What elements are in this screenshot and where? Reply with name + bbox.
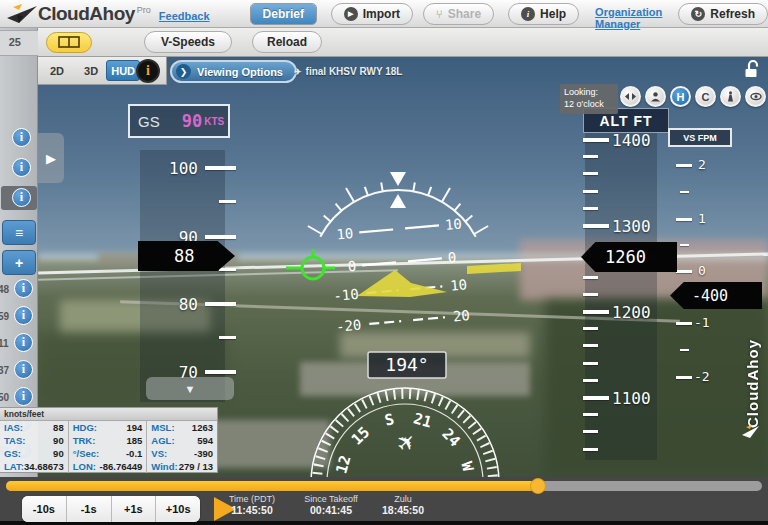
chevron-right-icon: ❯ xyxy=(176,64,191,79)
cloudahoy-logo[interactable]: CloudAhoy Pro xyxy=(6,3,151,25)
compass-label: 15 xyxy=(348,423,373,448)
fwd-1s-button[interactable]: +1s xyxy=(111,496,156,522)
help-button[interactable]: i Help xyxy=(508,3,579,25)
unlock-icon[interactable] xyxy=(742,59,762,83)
fwd-10s-button[interactable]: +10s xyxy=(155,496,200,522)
hud-symbology: 10 10 0 0 -10 10 -20 20 194° xyxy=(250,150,560,495)
tower-view-button[interactable] xyxy=(720,86,741,107)
heading-value: 194° xyxy=(385,354,428,375)
tab-debrief[interactable]: Debrief xyxy=(251,4,316,24)
speed-tick-label: 100 xyxy=(154,159,198,178)
header: CloudAhoy Pro Feedback Debrief Flights A… xyxy=(0,0,768,28)
vs-tick-label: -1 xyxy=(694,315,710,330)
vs-pointer: -400 xyxy=(670,282,762,309)
split-view-icon xyxy=(58,36,80,48)
sub-toolbar: V-Speeds Reload xyxy=(38,28,768,57)
compass-label: 24 xyxy=(438,425,463,450)
view-2d-button[interactable]: 2D xyxy=(44,61,70,81)
pitch-label: 0 xyxy=(347,258,357,275)
tower-view-icon xyxy=(725,91,736,102)
reload-button[interactable]: Reload xyxy=(252,31,322,53)
sidebar-top-number: 25 xyxy=(9,36,21,48)
segment-info-icon[interactable]: i xyxy=(12,188,31,207)
segment-info-icon[interactable]: i xyxy=(12,128,31,147)
back-1s-button[interactable]: -1s xyxy=(66,496,111,522)
timeline-scrubber[interactable] xyxy=(6,481,762,491)
eye-view-button[interactable] xyxy=(745,86,766,107)
segment-info-icon[interactable]: i xyxy=(14,279,33,298)
altitude-tape xyxy=(585,133,657,460)
gs-label: GS xyxy=(138,113,160,130)
vs-tick-label: -2 xyxy=(694,369,710,384)
chase-arrows-icon xyxy=(625,91,636,102)
viewing-options-button[interactable]: ❯ Viewing Options xyxy=(170,60,297,83)
alt-tick-label: 1200 xyxy=(612,303,651,322)
cloudahoy-app: CloudAhoy Pro Feedback Debrief Flights A… xyxy=(0,0,768,525)
pitch-label: 10 xyxy=(336,225,354,242)
altitude-pointer: 1260 xyxy=(581,242,677,272)
vspeeds-button[interactable]: V-Speeds xyxy=(144,31,232,53)
feedback-link[interactable]: Feedback xyxy=(159,10,210,22)
data-panel-header: knots/feet xyxy=(0,408,217,421)
hud-view-button[interactable]: H xyxy=(670,86,691,107)
hud-info-button[interactable]: i xyxy=(136,59,160,83)
logo-pro-badge: Pro xyxy=(137,5,151,15)
segments-menu-button[interactable]: ≡ xyxy=(2,220,36,245)
alt-tick-label: 1400 xyxy=(612,131,651,150)
gs-value: 90 xyxy=(182,111,202,131)
segment-number: 48 xyxy=(0,284,9,295)
view-3d-button[interactable]: 3D xyxy=(78,61,104,81)
segment-number: 59 xyxy=(0,311,9,322)
time-step-buttons: -10s -1s +1s +10s xyxy=(22,496,200,522)
pilot-view-icon xyxy=(650,91,661,102)
segment-number: 11 xyxy=(0,338,9,349)
segment-info-icon[interactable]: i xyxy=(12,158,31,177)
back-10s-button[interactable]: -10s xyxy=(22,496,66,522)
timeline-thumb[interactable] xyxy=(530,478,546,494)
segment-info-icon[interactable]: i xyxy=(14,306,33,325)
time-since-takeoff: Since Takeoff 00:41:45 xyxy=(288,494,374,516)
chase-view-button[interactable] xyxy=(620,86,641,107)
pitch-label: 10 xyxy=(450,276,468,293)
share-button[interactable]: ⑂ Share xyxy=(423,3,494,25)
add-segment-button[interactable]: + xyxy=(2,250,36,275)
looking-direction-label: Looking: 12 o'clock xyxy=(560,84,618,114)
compass-label: 21 xyxy=(411,409,433,431)
layout-toggle-button[interactable] xyxy=(46,32,92,53)
segment-plane-icon: ✈ xyxy=(294,67,302,77)
compass-label: 12 xyxy=(332,453,354,475)
watermark-logo-icon xyxy=(742,424,760,440)
segment-info-icon[interactable]: i xyxy=(14,333,33,352)
import-button[interactable]: ▶ Import xyxy=(331,3,413,25)
time-zulu: Zulu 18:45:50 xyxy=(370,494,436,516)
groundspeed-box: GS 90 KTS xyxy=(128,104,230,138)
compass-label: W xyxy=(457,460,477,474)
vs-tick-label: 1 xyxy=(698,211,706,226)
refresh-icon: ↻ xyxy=(691,7,705,21)
eye-view-icon xyxy=(750,91,762,102)
main-tabs: Debrief Flights Account xyxy=(250,3,317,25)
refresh-button[interactable]: ↻ Refresh xyxy=(678,3,768,25)
flight-path-marker xyxy=(286,249,335,279)
transport-bar: -10s -1s +1s +10s Time (PDT) 11:45:50 Si… xyxy=(0,477,768,525)
pitch-label: -20 xyxy=(335,317,362,335)
alt-tick-label: 1300 xyxy=(612,217,651,236)
organization-manager-link[interactable]: Organization Manager xyxy=(595,6,662,30)
track-marker xyxy=(357,270,447,297)
pilot-view-button[interactable] xyxy=(645,86,666,107)
timeline-progress xyxy=(6,481,535,491)
help-info-icon: i xyxy=(521,7,535,21)
pitch-label: 0 xyxy=(447,249,457,266)
segment-info-icon[interactable]: i xyxy=(14,360,33,379)
segment-info-icon[interactable]: i xyxy=(14,387,33,406)
fixed-index-triangle xyxy=(390,172,406,186)
cloudahoy-watermark: CloudAhoy xyxy=(744,328,761,428)
tab-flights[interactable]: Flights xyxy=(316,4,317,24)
segment-number: 50 xyxy=(0,392,9,403)
expand-sidebar-button[interactable]: ▶ xyxy=(38,133,64,183)
speed-tape-scroll-down-button[interactable]: ▼ xyxy=(146,377,234,400)
cockpit-view-button[interactable]: C xyxy=(695,86,716,107)
pitch-label: 10 xyxy=(444,216,462,233)
time-local: Time (PDT) 11:45:50 xyxy=(212,494,292,516)
import-icon: ▶ xyxy=(344,7,358,21)
